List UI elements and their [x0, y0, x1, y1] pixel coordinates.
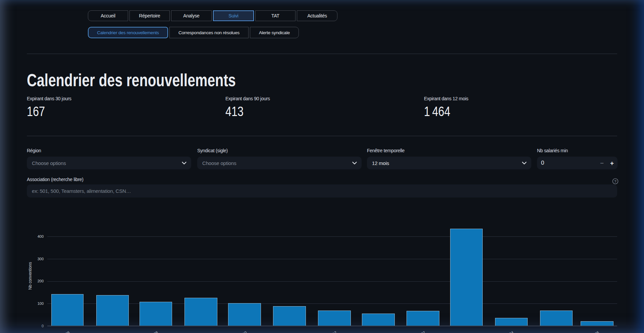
svg-text:?: ?	[614, 179, 616, 183]
